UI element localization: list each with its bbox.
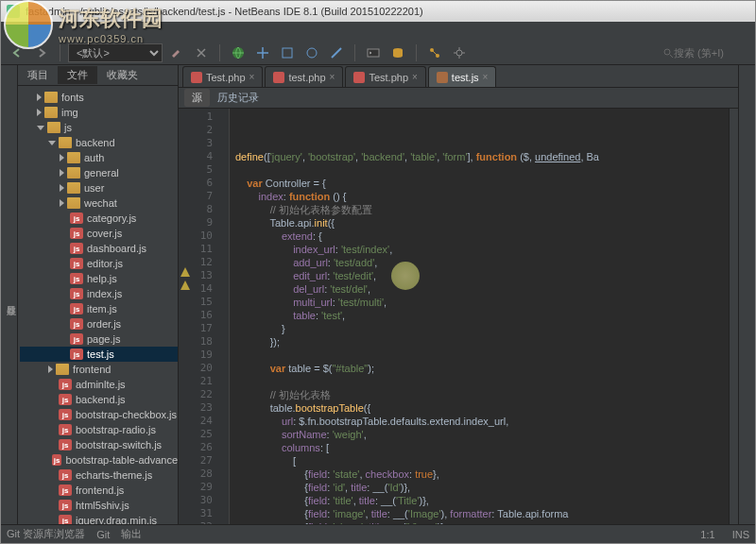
history-button[interactable]: 历史记录 [217,91,259,105]
warning-icon[interactable] [180,267,190,277]
forward-button[interactable] [31,42,52,63]
tree-item-echarts-theme-js[interactable]: jsecharts-theme.js [20,468,178,483]
code-line[interactable]: sortName: 'weigh', [235,428,729,441]
tab-label: test.js [452,72,479,83]
code-line[interactable] [235,375,729,388]
code-line[interactable]: columns: [ [235,441,729,454]
tree-item-bootstrap-radio-js[interactable]: jsbootstrap-radio.js [20,422,178,437]
hammer-icon[interactable] [166,42,187,63]
tree-item-cover-js[interactable]: jscover.js [20,226,178,241]
code-line[interactable]: multi_url: 'test/multi', [235,296,729,309]
status-output[interactable]: 输出 [121,527,142,541]
tree-item-js[interactable]: js [20,120,178,135]
tree-item-backend[interactable]: backend [20,135,178,150]
code-line[interactable]: extend: { [235,230,729,243]
close-icon[interactable]: × [249,72,255,82]
file-tree[interactable]: fontsimgjsbackendauthgeneraluserwechatjs… [18,86,178,524]
source-button[interactable]: 源 [184,89,210,107]
clean-icon[interactable] [191,42,212,63]
code-line[interactable]: // 初始化表格 [235,388,729,401]
code-line[interactable]: table.bootstrapTable({ [235,401,729,415]
code-line[interactable]: url: $.fn.bootstrapTable.defaults.extend… [235,415,729,428]
tree-item-bootstrap-table-advance[interactable]: jsbootstrap-table-advance [20,452,178,468]
titlebar: fastadmin - /public/assets/js/backend/te… [1,1,755,22]
connect-icon[interactable] [424,42,445,63]
code-line[interactable]: table: 'test', [235,309,729,322]
tree-item-general[interactable]: general [20,165,178,180]
tree-item-wechat[interactable]: wechat [20,196,178,211]
code-line[interactable]: [ [235,454,729,468]
editor-tab-Test-php[interactable]: Test.php× [182,66,263,87]
close-icon[interactable]: × [483,72,489,82]
terminal-icon[interactable] [363,42,384,63]
code-line[interactable]: index_url: 'test/index', [235,243,729,256]
back-button[interactable] [7,42,27,63]
search-input[interactable] [674,47,749,59]
tab-label: test.php [288,72,325,83]
tree-item-order-js[interactable]: jsorder.js [20,316,178,332]
tool-icon-1[interactable] [252,42,273,63]
code-line[interactable]: add_url: 'test/add', [235,256,729,269]
gear-icon[interactable] [449,42,470,63]
code-line[interactable]: edit_url: 'test/edit', [235,269,729,282]
status-git-repo[interactable]: Git 资源库浏览器 [7,527,85,541]
code-line[interactable]: var Controller = { [235,177,729,190]
tree-item-frontend[interactable]: frontend [20,362,178,377]
tree-item-test-js[interactable]: jstest.js [20,347,178,362]
tree-item-html5shiv-js[interactable]: jshtml5shiv.js [20,498,178,513]
tree-item-img[interactable]: img [20,105,178,120]
code-line[interactable]: define(['jquery', 'bootstrap', 'backend'… [235,150,729,163]
editor-tab-Test-php[interactable]: Test.php× [345,66,425,87]
sidebar-tab-files[interactable]: 文件 [58,66,97,84]
tree-item-index-js[interactable]: jsindex.js [20,286,178,301]
tree-item-page-js[interactable]: jspage.js [20,332,178,347]
tree-item-backend-js[interactable]: jsbackend.js [20,392,178,407]
left-gutter-navigator[interactable]: 导航器 [1,65,18,524]
tree-item-help-js[interactable]: jshelp.js [20,271,178,286]
code-line[interactable]: {field: 'image', title: __('Image'), for… [235,507,729,520]
code-line[interactable]: {field: 'id', title: __('Id')}, [235,481,729,494]
tool-icon-2[interactable] [277,42,298,63]
code-line[interactable]: {field: 'views', title: __('Views')}, [235,520,729,524]
tree-item-bootstrap-switch-js[interactable]: jsbootstrap-switch.js [20,437,178,452]
tree-item-bootstrap-checkbox-js[interactable]: jsbootstrap-checkbox.js [20,407,178,422]
editor-tab-test-php[interactable]: test.php× [265,66,343,87]
code-line[interactable]: {field: 'title', title: __('Title')}, [235,494,729,507]
close-icon[interactable]: × [330,72,335,82]
tool-icon-4[interactable] [326,42,347,63]
code-line[interactable]: // 初始化表格参数配置 [235,203,729,216]
code-line[interactable]: } [235,322,729,335]
code-editor[interactable]: define(['jquery', 'bootstrap', 'backend'… [230,109,729,524]
code-line[interactable]: del_url: 'test/del', [235,282,729,296]
tree-item-auth[interactable]: auth [20,150,178,165]
status-git[interactable]: Git [96,529,110,540]
code-line[interactable] [235,163,729,177]
editor-tab-test-js[interactable]: test.js× [428,66,497,87]
code-line[interactable]: }); [235,335,729,348]
db-icon[interactable] [387,42,408,63]
sidebar-tab-projects[interactable]: 项目 [18,66,58,84]
tree-item-item-js[interactable]: jsitem.js [20,301,178,316]
close-icon[interactable]: × [412,72,418,82]
warning-icon[interactable] [180,280,190,290]
tree-item-dashboard-js[interactable]: jsdashboard.js [20,241,178,256]
fold-gutter[interactable] [218,109,230,524]
code-line[interactable]: {field: 'state', checkbox: true}, [235,468,729,481]
tree-item-frontend-js[interactable]: jsfrontend.js [20,483,178,498]
code-line[interactable]: var table = $("#table"); [235,362,729,375]
tree-item-editor-js[interactable]: jseditor.js [20,256,178,271]
toolbar-search[interactable] [662,47,749,59]
tree-item-category-js[interactable]: jscategory.js [20,211,178,226]
tree-item-fonts[interactable]: fonts [20,90,178,105]
code-line[interactable]: Table.api.init({ [235,216,729,230]
tree-item-adminlte-js[interactable]: jsadminlte.js [20,377,178,392]
tool-icon-3[interactable] [301,42,322,63]
sidebar-tab-favorites[interactable]: 收藏夹 [97,66,147,84]
tree-item-jquery-drag-min-js[interactable]: jsjquery.drag.min.js [20,513,178,524]
code-line[interactable]: index: function () { [235,190,729,203]
globe-icon[interactable] [228,42,249,63]
code-line[interactable] [235,348,729,362]
minimap[interactable] [729,109,738,524]
tree-item-user[interactable]: user [20,180,178,196]
config-select[interactable]: <默认> [68,43,163,62]
